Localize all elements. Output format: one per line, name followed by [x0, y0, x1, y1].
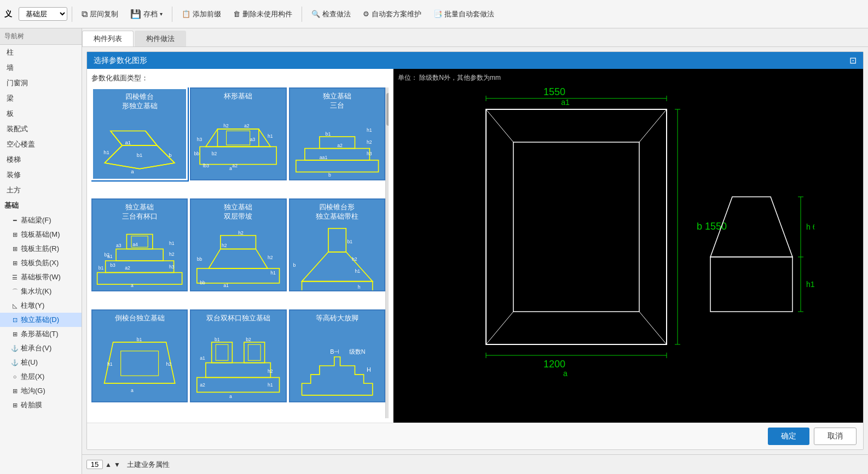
shape-img-2: h3 b2 a2 h2 bb lb3 a2 h1 a	[191, 102, 285, 179]
sidebar-item-dieceng[interactable]: ○垫层(X)	[0, 370, 82, 384]
shape-label-5: 独立基础双层带坡	[222, 200, 254, 223]
svg-line-7	[105, 163, 140, 169]
cancel-button[interactable]: 取消	[814, 428, 857, 445]
sidebar-item-zhudun[interactable]: ◺柱墩(Y)	[0, 299, 82, 313]
sidebar-item-zhuangxiu[interactable]: 装修	[0, 167, 82, 183]
add-prefix-button[interactable]: 📋 添加前缀	[177, 7, 226, 22]
jishui-icon: ⌒	[11, 288, 19, 295]
jichuliang-icon: ━	[11, 216, 19, 224]
svg-rect-81	[212, 342, 233, 363]
sidebar-header: 导航树	[0, 28, 82, 45]
svg-rect-84	[248, 344, 261, 360]
layer-dropdown[interactable]: 基础层	[19, 7, 67, 21]
sidebar-item-jichubandai[interactable]: ☰基础板带(W)	[0, 270, 82, 284]
sidebar-item-fabanjiachu[interactable]: ⊞筏板基础(M)	[0, 227, 82, 242]
main-layout: 导航树 柱 墙 门窗洞 梁 板 装配式 空心楼盖 楼梯 装修 土方 基础 ━基础…	[0, 28, 868, 474]
shape-label-2: 杯形基础	[222, 89, 254, 102]
sidebar-item-digou[interactable]: ⊞地沟(G)	[0, 384, 82, 398]
sidebar-item-jishuikeng[interactable]: ⌒集水坑(K)	[0, 284, 82, 299]
shape-item-7[interactable]: 倒棱台独立基础 b1 h1	[91, 309, 188, 402]
svg-marker-1	[111, 131, 157, 145]
sidebar-item-zhuang[interactable]: ⚓桩(U)	[0, 355, 82, 370]
batch-auto-button[interactable]: 📑 批量自动套做法	[429, 7, 499, 22]
svg-marker-54	[209, 249, 268, 268]
svg-text:b1: b1	[347, 238, 352, 244]
svg-marker-92	[302, 357, 372, 395]
toolbar: 义 基础层 ⧉ 层间复制 💾 存档 ▾ 📋 添加前缀 🗑 删除未使用构件 🔍 检…	[0, 0, 868, 28]
shape-item-4[interactable]: 独立基础三台有杯口 b1 a1	[91, 198, 188, 291]
separator1	[72, 7, 72, 22]
svg-text:b1: b1	[137, 152, 143, 158]
svg-text:a4: a4	[132, 242, 138, 247]
svg-rect-74	[121, 351, 159, 376]
page-input[interactable]	[86, 460, 103, 469]
sidebar-item-konxinlougai[interactable]: 空心楼盖	[0, 137, 82, 152]
sidebar-item-ban[interactable]: 板	[0, 106, 82, 121]
sidebar-item-zhuangchengtar[interactable]: ⚓桩承台(V)	[0, 341, 82, 355]
shape-item-1[interactable]: 四棱锥台形独立基础	[91, 87, 188, 180]
shape-panel: 参数化截面类型： 四棱锥台形独立基础	[87, 69, 394, 423]
svg-text:aa1: aa1	[319, 155, 327, 160]
sidebar: 导航树 柱 墙 门窗洞 梁 板 装配式 空心楼盖 楼梯 装修 土方 基础 ━基础…	[0, 28, 82, 474]
add-prefix-icon: 📋	[182, 10, 190, 18]
tab-component-method[interactable]: 构件做法	[135, 31, 186, 46]
svg-text:a: a	[229, 166, 232, 171]
svg-text:h1: h1	[355, 268, 360, 273]
shape-item-2[interactable]: 杯形基础	[190, 87, 286, 180]
digou-icon: ⊞	[11, 387, 19, 395]
svg-text:a1: a1	[200, 355, 205, 361]
shape-img-4: b1 a1 a3 h3 h2 h1 a b3 b2	[92, 223, 187, 291]
confirm-button[interactable]: 确定	[768, 428, 809, 445]
svg-text:h2: h2	[268, 368, 273, 374]
shape-item-3[interactable]: 独立基础三台 aa1 a2 b1 h3	[289, 87, 385, 180]
scrollbar[interactable]	[385, 87, 389, 418]
tab-component-list[interactable]: 构件列表	[82, 31, 134, 46]
sidebar-item-zhuantaimo[interactable]: ⊞砖胎膜	[0, 398, 82, 412]
svg-text:b2: b2	[212, 151, 217, 156]
page-nav-up[interactable]: ▲	[105, 461, 112, 469]
page-nav-down[interactable]: ▼	[114, 461, 120, 469]
sidebar-item-tufang[interactable]: 土方	[0, 183, 82, 198]
shape-item-5[interactable]: 独立基础双层带坡 h2 h2 h2	[190, 198, 286, 291]
svg-rect-40	[126, 234, 152, 249]
sidebar-item-zhuangpeishi[interactable]: 装配式	[0, 121, 82, 137]
sidebar-item-louti[interactable]: 楼梯	[0, 152, 82, 167]
svg-line-116	[639, 312, 667, 344]
page-number	[86, 460, 103, 469]
sidebar-item-zhu[interactable]: 柱	[0, 45, 82, 60]
svg-text:h1: h1	[103, 149, 109, 155]
shape-img-7: b1 h1 h2 a	[92, 324, 187, 401]
svg-marker-72	[105, 342, 175, 383]
auto-maintain-button[interactable]: ⚙ 自动套方案维护	[358, 7, 426, 22]
sidebar-item-fabanjin[interactable]: ⊞筏板负筋(X)	[0, 256, 82, 270]
tiaoxing-icon: ⊞	[11, 330, 19, 338]
svg-text:a3: a3	[116, 243, 121, 248]
close-icon[interactable]: ⊡	[849, 55, 857, 66]
shape-item-6[interactable]: 四棱锥台形独立基础带柱 b1 h2	[289, 198, 385, 291]
svg-rect-27	[296, 160, 378, 172]
sidebar-item-dulijiachu[interactable]: ⊡独立基础(D)	[0, 313, 82, 327]
shape-item-8[interactable]: 双台双杯口独立基础	[190, 309, 286, 402]
shape-img-1: a1 b1 h1 a b	[93, 112, 186, 179]
sidebar-item-liang[interactable]: 梁	[0, 91, 82, 106]
svg-text:b: b	[328, 172, 331, 178]
svg-text:a: a	[131, 388, 134, 393]
svg-text:b: b	[169, 152, 171, 158]
sidebar-item-menchuangdong[interactable]: 门窗洞	[0, 75, 82, 91]
svg-text:h: h	[357, 284, 360, 289]
unit-label: 单位： 除级数N外，其他参数为mm	[398, 73, 501, 83]
remove-unused-button[interactable]: 🗑 删除未使用构件	[228, 7, 297, 22]
save-button[interactable]: 💾 存档 ▾	[125, 6, 167, 22]
sidebar-item-tiaoxingjiachu[interactable]: ⊞条形基础(T)	[0, 327, 82, 341]
sidebar-item-qiang[interactable]: 墙	[0, 60, 82, 75]
check-button[interactable]: 🔍 检查做法	[306, 7, 356, 22]
sidebar-item-jichuliang[interactable]: ━基础梁(F)	[0, 213, 82, 227]
layer-copy-button[interactable]: ⧉ 层间复制	[77, 7, 123, 22]
shape-item-9[interactable]: 等高砖大放脚 B⊣ 级数N H	[289, 309, 385, 402]
dieceng-icon: ○	[11, 373, 19, 381]
svg-line-5	[157, 145, 175, 163]
duli-icon: ⊡	[11, 316, 19, 324]
sidebar-item-fabanzhugjin[interactable]: ⊞筏板主筋(R)	[0, 242, 82, 256]
sidebar-item-jichu-group[interactable]: 基础	[0, 198, 82, 213]
zhuang-icon: ⚓	[11, 344, 19, 352]
